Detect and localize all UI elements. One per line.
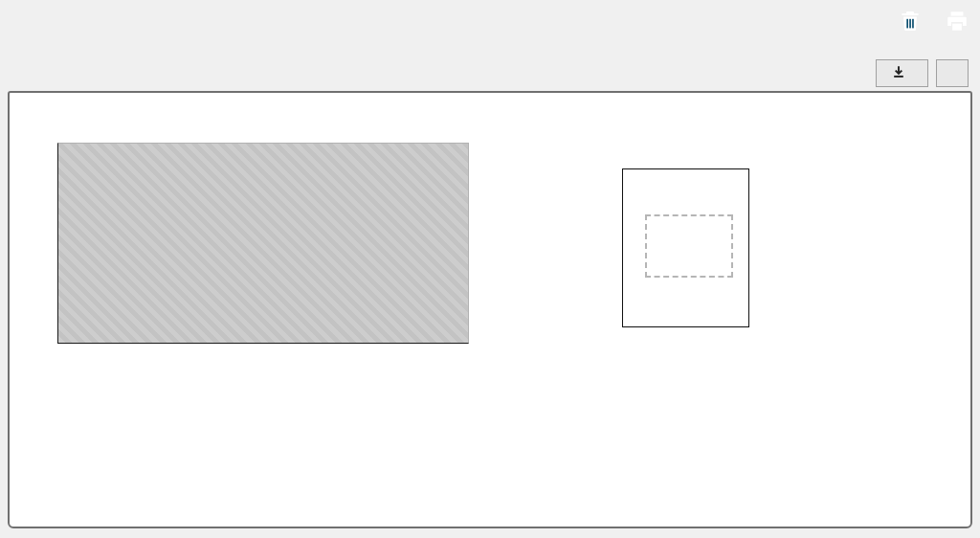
sampling-button[interactable] <box>936 59 969 87</box>
main-panel <box>8 91 972 528</box>
print-submit-button[interactable] <box>933 0 980 46</box>
tabs-right-actions <box>876 59 980 91</box>
material-rect[interactable] <box>646 243 669 278</box>
save-recipe-button[interactable] <box>876 59 928 87</box>
printer-icon <box>945 9 969 37</box>
bed-plot <box>57 143 469 344</box>
window-header <box>0 0 980 46</box>
print-settings-column <box>505 108 959 338</box>
trash-icon <box>899 10 922 36</box>
status-alert <box>505 108 959 152</box>
bed-chart <box>36 137 479 363</box>
app-root <box>0 0 980 538</box>
main-tabs <box>0 59 980 91</box>
placement-preview <box>622 168 749 327</box>
download-icon <box>892 65 905 81</box>
delete-job-button[interactable] <box>887 0 933 46</box>
